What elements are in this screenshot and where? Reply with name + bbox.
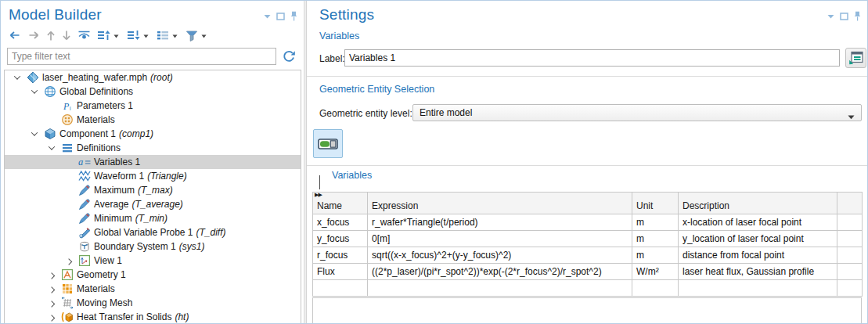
cell-unit[interactable]: W/m²: [632, 264, 679, 280]
tree-item-materials[interactable]: Materials: [5, 282, 301, 296]
tree-item-label: Geometry 1: [77, 269, 126, 280]
expand-all-button[interactable]: [94, 28, 113, 42]
tree-item-label: Global Definitions: [59, 86, 133, 97]
tree-item-laser-heating-wafer-mph[interactable]: laser_heating_wafer.mph(root): [5, 70, 301, 85]
tree-item-view-1[interactable]: View 1: [5, 254, 301, 268]
tree-item-label: laser_heating_wafer.mph: [42, 72, 147, 83]
cell-description[interactable]: laser heat flux, Gaussian profile: [679, 264, 837, 280]
geometric-entity-level-dropdown[interactable]: Entire model: [412, 104, 862, 121]
move-down-button[interactable]: [59, 28, 74, 43]
collapse-panel-icon[interactable]: [827, 14, 834, 19]
expand-chevron-icon[interactable]: [44, 310, 59, 323]
variables-icon: a: [77, 156, 92, 168]
cell-unit[interactable]: m: [632, 231, 679, 247]
cell-empty[interactable]: [632, 280, 679, 297]
table-row: y_focus0[m]my_location of laser focal po…: [313, 231, 863, 247]
pin-panel-icon[interactable]: [854, 11, 861, 21]
float-panel-icon[interactable]: [276, 13, 285, 20]
tree-item-global-definitions[interactable]: Global Definitions: [5, 85, 301, 99]
show-button[interactable]: [74, 28, 94, 42]
float-panel-icon[interactable]: [840, 13, 848, 20]
cell-extra[interactable]: [837, 264, 863, 280]
dropdown-caret-icon[interactable]: [143, 34, 149, 38]
column-header-description: Description: [679, 193, 837, 214]
expander-spacer: [44, 113, 59, 127]
move-up-button[interactable]: [43, 28, 59, 43]
cell-description[interactable]: x-location of laser focal point: [679, 214, 837, 231]
pin-panel-icon[interactable]: [290, 11, 297, 21]
cell-expression[interactable]: sqrt((x-x_focus)^2+(y-y_focus)^2): [368, 247, 632, 264]
tree-item-tag: (T_min): [135, 213, 167, 224]
expand-chevron-icon[interactable]: [44, 282, 59, 296]
tree-item-label: Minimum: [94, 213, 132, 224]
tree-item-tag: (comp1): [119, 128, 153, 139]
tree-item-parameters-1[interactable]: PiParameters 1: [5, 99, 301, 113]
filter-button[interactable]: [182, 28, 201, 43]
model-builder-window-controls: [264, 11, 297, 21]
tree-item-materials[interactable]: Materials: [5, 113, 301, 127]
dropdown-caret-icon[interactable]: [172, 34, 178, 38]
dropdown-caret-icon[interactable]: [201, 34, 207, 38]
tree-item-maximum[interactable]: Maximum(T_max): [5, 183, 301, 197]
view-icon: [77, 254, 92, 267]
cell-extra[interactable]: [837, 214, 863, 231]
tree-item-average[interactable]: Average(T_average): [5, 197, 301, 211]
cell-expression[interactable]: r_wafer*Triangle(t/period): [368, 214, 632, 231]
collapse-chevron-icon[interactable]: [319, 175, 320, 189]
geometric-entity-level-label: Geometric entity level:: [319, 108, 412, 119]
cell-expression[interactable]: 0[m]: [368, 231, 632, 247]
expand-chevron-icon[interactable]: [44, 268, 59, 282]
tree-item-label: Materials: [77, 283, 115, 294]
tree-item-label: Definitions: [77, 142, 121, 153]
tree-item-waveform-1[interactable]: Waveform 1(Triangle): [5, 169, 301, 183]
tree-item-geometry-1[interactable]: Geometry 1: [5, 268, 301, 282]
cell-name[interactable]: Flux: [313, 264, 368, 280]
collapse-panel-icon[interactable]: [264, 14, 271, 19]
cell-expression[interactable]: ((2*p_laser)/(pi*r_spot^2))*exp(-(2*r_fo…: [368, 264, 632, 280]
node-text-button[interactable]: [153, 28, 172, 42]
collapse-all-button[interactable]: [124, 28, 143, 42]
cell-description[interactable]: y_location of laser focal point: [679, 231, 837, 247]
cell-unit[interactable]: m: [632, 247, 679, 264]
cell-name[interactable]: x_focus: [313, 214, 368, 231]
forward-button[interactable]: [24, 28, 43, 42]
tree-item-definitions[interactable]: Definitions: [5, 141, 301, 155]
active-selection-toggle-button[interactable]: [313, 129, 343, 158]
tree-item-heat-transfer-in-solids[interactable]: Heat Transfer in Solids(ht): [5, 310, 301, 323]
collapse-chevron-icon[interactable]: [9, 70, 25, 85]
tree-item-component-1[interactable]: Component 1(comp1): [5, 127, 301, 141]
cell-empty[interactable]: [313, 280, 368, 297]
expand-chevron-icon[interactable]: [44, 296, 59, 310]
section-separator: [307, 76, 867, 77]
collapse-chevron-icon[interactable]: [27, 127, 42, 141]
cell-empty[interactable]: [368, 280, 632, 297]
label-input[interactable]: [344, 49, 840, 67]
tree-item-moving-mesh[interactable]: Moving Mesh: [5, 296, 301, 310]
rename-form-button[interactable]: [845, 48, 866, 68]
cell-empty[interactable]: [679, 280, 837, 297]
back-button[interactable]: [5, 28, 24, 42]
settings-subtitle: Variables: [319, 31, 359, 41]
filter-input[interactable]: [7, 48, 276, 65]
tree-item-variables-1[interactable]: aVariables 1: [5, 155, 301, 169]
cell-description[interactable]: distance from focal point: [679, 247, 837, 264]
materials-icon: [59, 283, 74, 295]
tree-item-boundary-system-1[interactable]: Boundary System 1(sys1): [5, 239, 301, 254]
tree-item-minimum[interactable]: Minimum(T_min): [5, 211, 301, 225]
cell-name[interactable]: r_focus: [313, 247, 368, 264]
refresh-button[interactable]: [281, 49, 298, 63]
dropdown-caret-icon[interactable]: [113, 34, 119, 38]
cell-unit[interactable]: m: [632, 214, 679, 231]
cell-name[interactable]: y_focus: [313, 231, 368, 247]
collapse-chevron-icon[interactable]: [44, 141, 59, 155]
expand-chevron-icon[interactable]: [61, 254, 77, 268]
tree-item-label: Maximum: [94, 185, 135, 196]
cell-empty[interactable]: [837, 280, 863, 297]
tree-item-global-variable-probe-1[interactable]: Global Variable Probe 1(T_diff): [5, 225, 301, 239]
cell-extra[interactable]: [837, 247, 863, 264]
collapse-chevron-icon[interactable]: [27, 85, 42, 99]
tree-item-label: View 1: [94, 255, 122, 266]
cell-extra[interactable]: [837, 231, 863, 247]
definitions-icon: [59, 142, 74, 154]
settings-title: Settings: [319, 6, 374, 23]
